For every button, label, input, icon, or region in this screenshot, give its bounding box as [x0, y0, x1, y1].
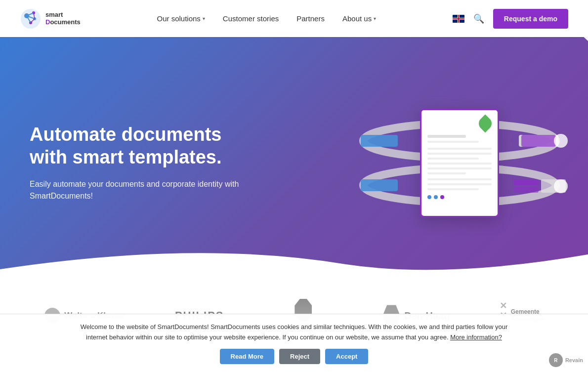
- hero-section: Automate documents with smart templates.…: [0, 37, 588, 289]
- cookie-banner: Welcome to the website of SmartDocuments…: [0, 314, 588, 338]
- doc-line-7: [427, 167, 492, 169]
- svg-rect-12: [361, 135, 398, 147]
- doc-line-3: [427, 148, 492, 150]
- nav-customer-stories[interactable]: Customer stories: [223, 14, 279, 23]
- svg-point-15: [554, 134, 568, 148]
- cookie-message: Welcome to the website of SmartDocuments…: [72, 322, 516, 338]
- svg-rect-16: [361, 179, 398, 191]
- doc-line-8: [427, 172, 466, 174]
- chevron-down-icon: ▾: [203, 16, 205, 21]
- hero-content: Automate documents with smart templates.…: [30, 124, 257, 202]
- logo[interactable]: smart Documents: [20, 8, 81, 30]
- header-actions: 🔍 Request a demo: [453, 9, 568, 29]
- main-nav: Our solutions ▾ Customer stories Partner…: [157, 14, 376, 23]
- nav-about[interactable]: About us ▾: [342, 14, 376, 23]
- svg-point-0: [21, 9, 41, 29]
- doc-line-4: [427, 153, 492, 155]
- dot-3: [440, 195, 444, 199]
- doc-line-9: [427, 178, 492, 180]
- document-graphic: [351, 89, 568, 237]
- svg-rect-18: [514, 187, 539, 193]
- hero-illustration: [351, 89, 568, 237]
- hero-subtitle: Easily automate your documents and corpo…: [30, 179, 257, 203]
- doc-line-10: [427, 183, 492, 185]
- doc-line-11: [427, 188, 479, 190]
- nav-partners[interactable]: Partners: [296, 14, 325, 23]
- svg-rect-14: [521, 135, 556, 147]
- doc-line-5: [427, 158, 479, 160]
- svg-point-20: [554, 179, 568, 193]
- smartdocuments-logo-icon: [20, 8, 42, 30]
- chevron-down-icon-about: ▾: [374, 16, 376, 21]
- logo-text-area: smart Documents: [45, 11, 81, 26]
- svg-rect-17: [514, 179, 539, 185]
- doc-line-6: [427, 163, 492, 165]
- doc-line-1: [427, 135, 466, 138]
- request-demo-button[interactable]: Request a demo: [493, 9, 568, 29]
- header: smart Documents Our solutions ▾ Customer…: [0, 0, 588, 37]
- hero-wave-svg: [0, 240, 588, 289]
- language-flag-icon[interactable]: [453, 15, 464, 23]
- dot-1: [427, 195, 431, 199]
- nav-solutions[interactable]: Our solutions ▾: [157, 14, 205, 23]
- doc-line-2: [427, 141, 479, 143]
- search-button[interactable]: 🔍: [473, 13, 484, 24]
- cookie-more-info-link[interactable]: More information?: [450, 333, 502, 338]
- doc-dots: [427, 195, 492, 199]
- hero-title: Automate documents with smart templates.: [30, 124, 257, 168]
- document-card: [420, 109, 499, 217]
- leaf-icon: [476, 115, 495, 133]
- search-icon: 🔍: [473, 14, 484, 24]
- dot-2: [434, 195, 438, 199]
